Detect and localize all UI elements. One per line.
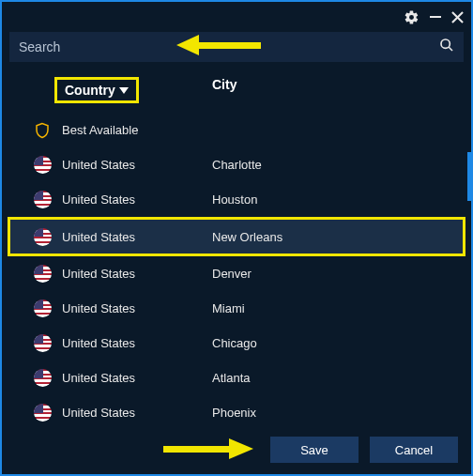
- search-input[interactable]: [19, 39, 439, 54]
- country-header[interactable]: Country: [62, 77, 212, 103]
- server-row[interactable]: United StatesCharlotte: [2, 147, 471, 182]
- row-city-label: Charlotte: [212, 158, 464, 172]
- row-city-label: Chicago: [212, 336, 464, 350]
- search-icon[interactable]: [439, 38, 454, 56]
- row-country-label: United States: [62, 336, 212, 350]
- row-city-label: Phoenix: [212, 406, 464, 420]
- server-row[interactable]: United StatesAtlanta: [2, 361, 471, 395]
- city-header-label: City: [212, 77, 236, 92]
- server-row[interactable]: United StatesPhoenix: [2, 395, 471, 427]
- country-header-label: Country: [65, 83, 115, 98]
- scrollbar-thumb[interactable]: [467, 152, 471, 201]
- minimize-icon[interactable]: [429, 10, 442, 23]
- header-flag-col: [2, 77, 62, 103]
- svg-rect-6: [163, 446, 233, 453]
- flag-icon: [2, 265, 62, 283]
- gear-icon[interactable]: [404, 9, 420, 25]
- sort-dropdown-icon: [119, 83, 129, 98]
- row-country-label: United States: [62, 192, 212, 207]
- row-city-label: Atlanta: [212, 371, 464, 385]
- row-city-label: Miami: [212, 301, 464, 315]
- server-row[interactable]: United StatesMiami: [2, 291, 471, 326]
- close-icon[interactable]: [451, 11, 464, 23]
- titlebar: [2, 2, 471, 32]
- server-row[interactable]: United StatesHouston: [2, 182, 471, 217]
- svg-rect-0: [430, 16, 441, 18]
- svg-marker-5: [119, 87, 129, 94]
- annotation-arrow-save: [163, 438, 253, 463]
- flag-icon: [10, 228, 62, 246]
- flag-icon: [2, 156, 62, 174]
- row-country-label: Best Available: [62, 123, 212, 137]
- app-window: Country City Best AvailableUnited States…: [0, 0, 473, 476]
- server-row[interactable]: United StatesDenver: [2, 256, 471, 291]
- footer: Save Cancel: [2, 427, 471, 474]
- row-city-label: New Orleans: [212, 230, 455, 244]
- flag-icon: [2, 299, 62, 317]
- city-header[interactable]: City: [212, 77, 471, 103]
- search-bar[interactable]: [9, 32, 464, 62]
- shield-icon: [2, 121, 62, 140]
- server-row[interactable]: United StatesChicago: [2, 326, 471, 361]
- annotation-country-highlight: Country: [54, 77, 139, 103]
- server-list: Best AvailableUnited StatesCharlotteUnit…: [2, 113, 471, 427]
- row-country-label: United States: [62, 371, 212, 385]
- row-country-label: United States: [62, 301, 212, 315]
- row-country-label: United States: [62, 158, 212, 172]
- server-row[interactable]: Best Available: [2, 113, 471, 147]
- flag-icon: [2, 404, 62, 422]
- row-city-label: Denver: [212, 267, 464, 281]
- row-country-label: United States: [62, 406, 212, 420]
- svg-marker-7: [229, 438, 253, 459]
- row-country-label: United States: [62, 230, 212, 244]
- svg-point-3: [441, 39, 450, 48]
- row-city-label: Houston: [212, 192, 464, 207]
- flag-icon: [2, 191, 62, 208]
- svg-line-4: [449, 47, 452, 51]
- flag-icon: [2, 369, 62, 387]
- row-country-label: United States: [62, 267, 212, 281]
- cancel-button[interactable]: Cancel: [370, 437, 458, 463]
- flag-icon: [2, 334, 62, 352]
- server-row[interactable]: United StatesNew Orleans: [8, 217, 465, 256]
- save-button[interactable]: Save: [270, 437, 359, 463]
- column-headers: Country City: [2, 62, 471, 113]
